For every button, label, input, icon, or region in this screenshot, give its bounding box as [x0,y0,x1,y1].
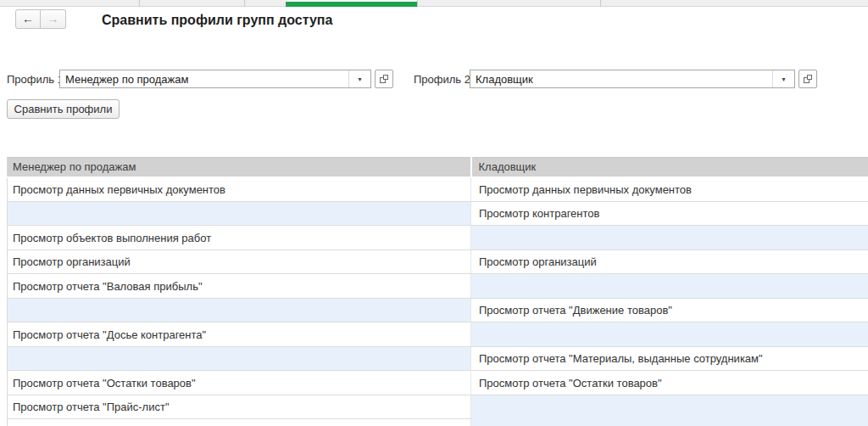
table-cell-right[interactable]: Просмотр контрагентов [471,202,868,226]
table-row: Просмотр отчета "Материалы, выданные сот… [8,347,868,371]
table-cell-left[interactable]: Просмотр отчета "Валовая прибыль" [8,274,471,299]
table-cell-right[interactable]: Просмотр организаций [471,250,868,274]
profile1-label: Профиль 1: [7,73,67,86]
history-nav-group: ← → [15,9,66,29]
compare-profiles-button[interactable]: Сравнить профили [7,99,120,119]
tab-divider [244,0,245,7]
table-row: Просмотр отчета "Прайс-лист" [8,395,868,419]
profile1-open-button[interactable] [375,70,393,88]
profile1-dropdown-button[interactable]: ▾ [348,70,370,87]
table-row: Просмотр объектов выполнения работ [8,226,868,250]
table-cell-right[interactable] [471,395,868,419]
column-header-profile1: Менеджер по продажам [8,158,471,177]
table-row: Просмотр отчета "Валовая прибыль" [8,274,868,299]
table-row [8,419,868,426]
table-cell-right[interactable]: Просмотр отчета "Материалы, выданные сот… [471,347,868,371]
profile2-label: Профиль 2: [414,73,474,86]
table-row: Просмотр отчета "Досье контрагента" [8,322,868,347]
table-row: Просмотр отчета "Движение товаров" [8,299,868,322]
profile2-combobox: ▾ [470,70,795,88]
table-row: Просмотр данных первичных документовПрос… [8,177,868,202]
column-header-profile2: Кладовщик [471,158,868,177]
table-cell-left[interactable] [8,347,471,371]
page-title: Сравнить профили групп доступа [102,13,332,28]
table-cell-right[interactable] [471,226,868,250]
profile1-input[interactable] [60,70,348,87]
comparison-table-container: Менеджер по продажам Кладовщик Просмотр … [7,157,868,426]
table-row: Просмотр контрагентов [8,202,868,226]
table-cell-right[interactable] [471,274,868,299]
table-cell-left[interactable] [8,202,471,226]
table-row: Просмотр организацийПросмотр организаций [8,250,868,274]
chevron-down-icon: ▾ [782,76,785,83]
profile2-open-button[interactable] [798,70,817,88]
window-tab-bar [0,0,868,7]
table-cell-right[interactable]: Просмотр данных первичных документов [471,177,868,202]
table-cell-right[interactable] [471,322,868,347]
table-cell-left[interactable]: Просмотр организаций [8,250,471,274]
active-tab-indicator [286,2,417,7]
table-cell-left[interactable]: Просмотр отчета "Досье контрагента" [8,322,471,347]
table-cell-left[interactable]: Просмотр отчета "Прайс-лист" [8,395,471,419]
table-row: Просмотр отчета "Остатки товаров"Просмот… [8,371,868,395]
table-cell-left[interactable] [8,299,471,322]
table-cell-right[interactable] [471,419,868,426]
table-cell-left[interactable]: Просмотр отчета "Остатки товаров" [8,371,471,395]
table-cell-right[interactable]: Просмотр отчета "Остатки товаров" [471,371,868,395]
active-tab[interactable] [286,0,418,7]
tab-divider [600,0,601,7]
back-button[interactable]: ← [15,9,41,29]
profile2-dropdown-button[interactable]: ▾ [772,70,794,87]
chevron-down-icon: ▾ [358,76,361,83]
open-window-icon [379,74,389,84]
table-header-row: Менеджер по продажам Кладовщик [8,158,868,177]
forward-arrow-icon: → [47,12,59,25]
back-arrow-icon: ← [22,12,34,25]
open-window-icon [803,74,813,84]
comparison-table-body: Просмотр данных первичных документовПрос… [8,177,868,426]
profile2-input[interactable] [470,70,772,87]
table-cell-left[interactable]: Просмотр данных первичных документов [8,177,471,202]
table-cell-left[interactable]: Просмотр объектов выполнения работ [8,226,471,250]
forward-button[interactable]: → [41,9,66,29]
table-cell-left[interactable] [8,419,471,426]
table-cell-right[interactable]: Просмотр отчета "Движение товаров" [471,299,868,322]
profile1-combobox: ▾ [59,70,371,88]
tab-divider [139,0,140,7]
comparison-table: Менеджер по продажам Кладовщик Просмотр … [7,157,868,426]
